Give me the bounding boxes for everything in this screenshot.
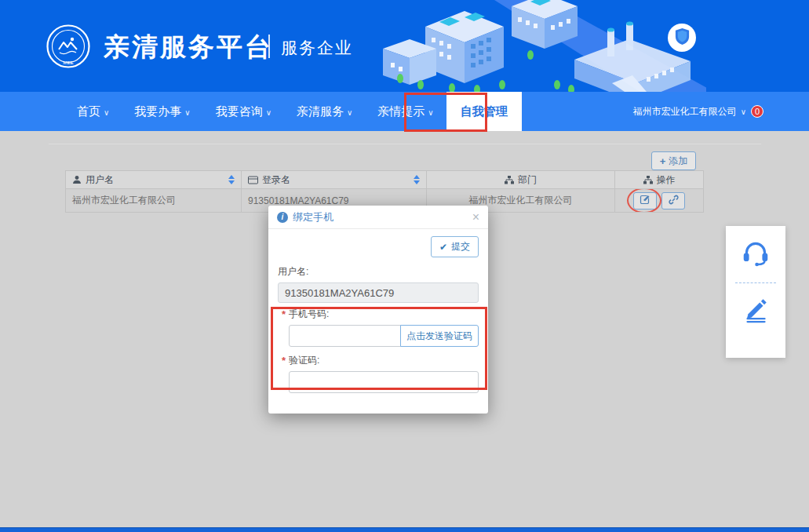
chevron-down-icon: ∨ — [347, 108, 352, 117]
info-icon: i — [277, 212, 288, 223]
sitemap-icon — [643, 176, 653, 184]
sort-icon[interactable] — [228, 175, 235, 184]
username-label: 用户名: — [278, 265, 479, 279]
modal-body: ✔ 提交 用户名: * 手机号码: 点击发送验证码 * 验证码: — [268, 229, 488, 400]
footer-bar — [0, 527, 809, 532]
submit-button[interactable]: ✔ 提交 — [431, 236, 479, 257]
svg-text:MEE: MEE — [63, 60, 73, 65]
column-header-username[interactable]: 用户名 — [66, 171, 242, 188]
modal-title: 绑定手机 — [293, 210, 333, 224]
username-input — [278, 282, 479, 303]
link-account-button[interactable] — [661, 192, 685, 210]
close-icon[interactable]: × — [472, 211, 479, 224]
id-card-icon — [248, 176, 258, 184]
shield-icon — [674, 27, 691, 49]
column-header-login[interactable]: 登录名 — [242, 171, 427, 188]
phone-input[interactable] — [289, 325, 401, 347]
cell-username: 福州市宏业化工有限公司 — [66, 189, 242, 212]
nav-item-consult[interactable]: 我要咨询∨ — [203, 92, 284, 131]
nav-item-tips[interactable]: 亲情提示∨ — [365, 92, 446, 131]
link-icon — [669, 195, 679, 207]
page: MEE 亲清服务平台 服务企业 — [0, 0, 809, 532]
sort-icon[interactable] — [414, 175, 420, 184]
company-name: 福州市宏业化工有限公司 — [633, 105, 737, 118]
table-header-row: 用户名 登录名 部门 操作 — [66, 171, 703, 189]
chevron-down-icon: ∨ — [184, 108, 190, 117]
column-header-actions: 操作 — [615, 171, 703, 188]
panel-top-divider — [49, 144, 761, 144]
chevron-down-icon: ∨ — [428, 108, 433, 117]
notification-badge: 0 — [751, 105, 763, 118]
send-code-button[interactable]: 点击发送验证码 — [400, 325, 479, 347]
mee-logo-icon: MEE — [46, 24, 91, 69]
signature-icon — [741, 295, 771, 328]
code-label: * 验证码: — [289, 354, 479, 367]
customer-service-button[interactable] — [726, 226, 785, 282]
header-illustration — [377, 0, 706, 92]
column-header-department: 部门 — [427, 171, 615, 188]
main-nav: 首页∨ 我要办事∨ 我要咨询∨ 亲清服务∨ 亲情提示∨ 自我管理 福州市宏业化工… — [0, 92, 809, 131]
nav-item-self-management[interactable]: 自我管理 — [446, 92, 522, 131]
cell-actions — [615, 189, 703, 212]
floating-side-panel — [726, 226, 785, 358]
check-icon: ✔ — [439, 242, 447, 253]
headset-icon — [740, 237, 771, 271]
user-shield-button[interactable] — [668, 24, 696, 52]
nav-item-home[interactable]: 首页∨ — [64, 92, 122, 131]
phone-label: * 手机号码: — [289, 308, 479, 321]
nav-item-my-affairs[interactable]: 我要办事∨ — [122, 92, 202, 131]
sitemap-icon — [505, 176, 514, 184]
required-asterisk: * — [282, 355, 286, 366]
chevron-down-icon: ∨ — [266, 108, 271, 117]
app-header: MEE 亲清服务平台 服务企业 — [0, 0, 809, 92]
user-icon — [72, 175, 82, 184]
page-subtitle: 服务企业 — [281, 37, 353, 59]
chevron-down-icon: ∨ — [741, 107, 746, 116]
add-user-button[interactable]: + 添加 — [651, 151, 696, 170]
write-feedback-button[interactable] — [726, 283, 785, 340]
chevron-down-icon: ∨ — [104, 108, 109, 117]
bind-phone-modal: i 绑定手机 × ✔ 提交 用户名: * 手机号码: 点击发送验证码 — [268, 206, 488, 414]
edit-user-button[interactable] — [633, 192, 657, 210]
edit-icon — [640, 194, 650, 207]
required-asterisk: * — [282, 308, 286, 320]
modal-header: i 绑定手机 × — [268, 206, 488, 229]
code-input[interactable] — [289, 371, 479, 393]
page-title: 亲清服务平台 — [104, 30, 273, 65]
nav-item-qinqing-service[interactable]: 亲清服务∨ — [284, 92, 365, 131]
plus-icon: + — [660, 155, 666, 167]
title-divider — [268, 35, 270, 58]
company-dropdown[interactable]: 福州市宏业化工有限公司 ∨ 0 — [633, 92, 763, 131]
